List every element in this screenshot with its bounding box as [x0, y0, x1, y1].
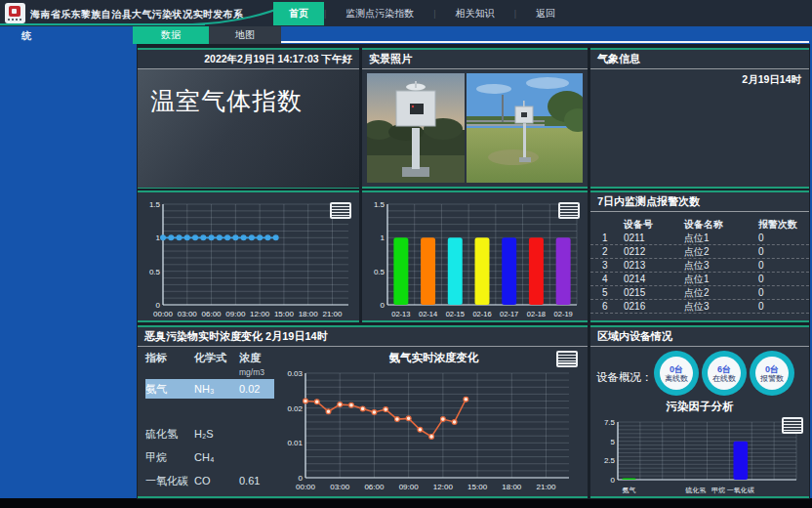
cell-alarm-count: 0	[758, 273, 799, 285]
alarm-label: 报警数	[760, 374, 784, 383]
odor-col-indicator: 指标	[145, 351, 194, 377]
svg-text:0: 0	[611, 476, 616, 485]
odor-row-nh3[interactable]: 氨气 NH₃ 0.02	[145, 379, 274, 399]
online-label: 在线数	[712, 374, 736, 383]
alarm-count: 0台	[765, 364, 779, 374]
alarm-col-index	[602, 217, 624, 232]
svg-text:7.5: 7.5	[604, 418, 616, 427]
cell-alarm-count: 0	[758, 286, 799, 299]
panel-alarm-counts: 7日内监测点报警次数 设备号 设备名称 报警次数 1 0211 点位1 0 2 …	[590, 190, 809, 322]
cell-alarm-count: 0	[758, 300, 799, 313]
devices-body: 设备概况： 0台 离线数 6台 在线数 0台 报警数 污染因子分析	[590, 347, 809, 495]
table-row: 2 0212 点位2 0	[590, 245, 809, 259]
svg-text:15:00: 15:00	[467, 483, 488, 491]
svg-text:一氧化碳: 一氧化碳	[727, 487, 754, 494]
dashboard-root: 统 海南省乐东黎族自治县大气污染状况实时发布系 首页 | 监测点污染指数 | 相…	[0, 0, 812, 508]
odor-body: 指标 化学式 浓度 mg/m3 氨气 NH₃ 0.02 硫化氢 H₂S	[138, 347, 588, 495]
panel-greenhouse-index: 2022年2月19日 14:17:03 下午好 温室气体指数	[138, 48, 359, 189]
alarm-table: 设备号 设备名称 报警次数 1 0211 点位1 0 2 0212 点位2 0 …	[590, 217, 809, 314]
cell-device-no: 0214	[624, 273, 684, 285]
cell-index: 4	[602, 273, 624, 285]
odor-col-concentration: 浓度 mg/m3	[239, 351, 278, 377]
cell-indicator: 硫化氢	[145, 424, 194, 444]
stat-inner: 0台 离线数	[660, 357, 693, 390]
svg-text:06:00: 06:00	[364, 483, 385, 491]
cell-device-name: 点位3	[684, 259, 758, 272]
svg-text:12:00: 12:00	[433, 483, 454, 491]
svg-text:03:00: 03:00	[330, 483, 350, 491]
svg-text:18:00: 18:00	[299, 310, 319, 318]
odor-table: 指标 化学式 浓度 mg/m3 氨气 NH₃ 0.02 硫化氢 H₂S	[138, 347, 280, 495]
menu-item-knowledge[interactable]: 相关知识	[436, 7, 514, 21]
alarm-panel-title: 7日内监测点报警次数	[590, 192, 809, 212]
panel-site-photos: 实景照片	[362, 48, 588, 189]
nh3-trend-chart: 00.010.020.0300:0003:0006:0009:0012:0015…	[280, 365, 578, 492]
trend-chart-body: 00.511.500:0003:0006:0009:0012:0015:0018…	[138, 192, 359, 319]
svg-text:02-13: 02-13	[391, 310, 410, 318]
cell-index: 5	[602, 286, 624, 299]
chart-toolbox-icon[interactable]	[558, 202, 580, 219]
odor-row-co[interactable]: 一氧化碳 CO 0.61	[145, 471, 274, 490]
menu-item-pollution-index[interactable]: 监测点污染指数	[326, 7, 433, 21]
tabbar-underline	[281, 41, 809, 43]
cell-value: 0.61	[239, 471, 278, 490]
svg-text:1: 1	[156, 233, 161, 242]
weather-panel-title: 气象信息	[590, 50, 809, 69]
cell-index: 6	[602, 300, 624, 313]
tab-map[interactable]: 地图	[209, 26, 281, 44]
cell-formula: NH₃	[194, 379, 239, 399]
odor-row-h2s[interactable]: 硫化氢 H₂S	[145, 424, 274, 444]
panel-region-devices: 区域内设备情况 设备概况： 0台 离线数 6台 在线数 0台 报警数	[590, 325, 809, 498]
daily-index-chart: 00.511.502-1302-1402-1502-1602-1702-1802…	[362, 196, 586, 319]
alarm-col-count: 报警次数	[758, 217, 799, 232]
stat-offline-circle: 0台 离线数	[654, 351, 699, 396]
table-row: 1 0211 点位1 0	[590, 232, 809, 245]
svg-text:12:00: 12:00	[250, 310, 270, 318]
svg-text:氨气: 氨气	[622, 487, 635, 493]
top-navbar: 海南省乐东黎族自治县大气污染状况实时发布系 首页 | 监测点污染指数 | 相关知…	[0, 0, 812, 26]
cell-alarm-count: 0	[758, 232, 799, 244]
table-row: 6 0216 点位3 0	[590, 300, 809, 314]
table-row: 3 0213 点位3 0	[590, 259, 809, 273]
svg-text:5: 5	[611, 438, 616, 446]
odor-table-header: 指标 化学式 浓度 mg/m3	[145, 351, 280, 377]
greenhouse-headline: 温室气体指数	[138, 69, 359, 117]
svg-text:0.5: 0.5	[149, 268, 161, 276]
tab-data[interactable]: 数据	[133, 26, 209, 44]
svg-text:02-17: 02-17	[500, 310, 518, 318]
svg-text:02-14: 02-14	[419, 310, 437, 318]
panel-greenhouse-trend-chart: 00.511.500:0003:0006:0009:0012:0015:0018…	[138, 190, 359, 322]
menu-item-back[interactable]: 返回	[516, 7, 575, 21]
greenhouse-body: 温室气体指数	[138, 69, 359, 188]
chart-toolbox-icon[interactable]	[330, 202, 351, 219]
svg-text:02-16: 02-16	[472, 310, 491, 318]
weather-timestamp: 2月19日14时	[742, 73, 801, 87]
cell-alarm-count: 0	[758, 245, 799, 258]
datetime-text: 2022年2月19日 14:17:03 下午好	[138, 50, 359, 69]
chart-toolbox-icon[interactable]	[556, 351, 578, 367]
cell-indicator: 氨气	[145, 379, 194, 399]
cell-device-name: 点位1	[684, 273, 758, 285]
panel-daily-index-chart: 00.511.502-1302-1402-1502-1602-1702-1802…	[362, 190, 588, 322]
cell-device-no: 0216	[624, 300, 684, 313]
svg-text:02-15: 02-15	[446, 310, 465, 318]
cell-value	[239, 424, 278, 444]
online-count: 6台	[717, 364, 731, 374]
photos-body	[362, 69, 588, 190]
svg-text:2.5: 2.5	[604, 456, 616, 465]
logo-glyph	[9, 6, 20, 17]
odor-row-ch4[interactable]: 甲烷 CH₄	[145, 447, 274, 467]
cell-indicator: 甲烷	[145, 447, 194, 467]
devices-panel-title: 区域内设备情况	[590, 327, 809, 347]
cell-indicator: 一氧化碳	[145, 471, 194, 490]
site-photos-image	[367, 73, 583, 183]
menu-item-home[interactable]: 首页	[273, 2, 324, 25]
cell-formula: CH₄	[194, 447, 239, 467]
offline-label: 离线数	[665, 374, 688, 383]
chart-toolbox-icon[interactable]	[782, 417, 803, 434]
panel-odor-pollutants: 恶臭污染物实时浓度变化 2月19日14时 指标 化学式 浓度 mg/m3 氨气 …	[138, 325, 588, 498]
cell-value: 0.02	[239, 379, 278, 399]
cell-index: 3	[602, 259, 624, 272]
cell-formula: CO	[194, 471, 239, 490]
cell-value	[239, 447, 278, 467]
